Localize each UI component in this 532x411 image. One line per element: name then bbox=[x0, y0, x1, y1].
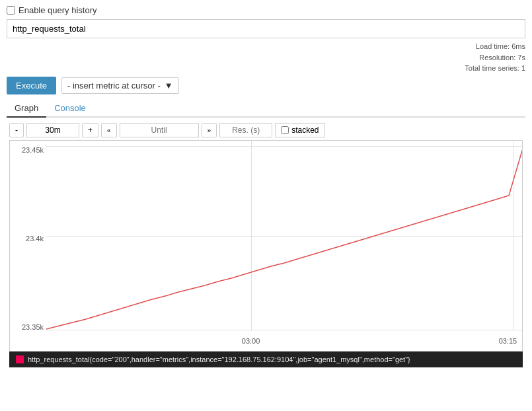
prev-button[interactable]: « bbox=[101, 123, 117, 137]
tab-console[interactable]: Console bbox=[46, 100, 94, 116]
until-input[interactable] bbox=[120, 123, 199, 137]
metric-selector[interactable]: - insert metric at cursor - ▼ bbox=[61, 77, 179, 94]
execute-row: Execute - insert metric at cursor - ▼ bbox=[7, 77, 525, 94]
query-input[interactable]: http_requests_total bbox=[7, 19, 525, 38]
time-range-input[interactable] bbox=[26, 123, 79, 137]
y-label-mid: 23.4k bbox=[11, 235, 44, 243]
chart-line bbox=[46, 147, 522, 329]
load-time-text: Load time: 6ms bbox=[465, 41, 525, 52]
x-axis: 03:00 03:15 bbox=[46, 331, 522, 351]
main-container: Enable query history http_requests_total… bbox=[0, 0, 532, 373]
tabs-row: Graph Console bbox=[7, 100, 525, 118]
x-label-2: 03:15 bbox=[499, 337, 517, 345]
info-row: Load time: 6ms Resolution: 7s Total time… bbox=[7, 41, 525, 74]
y-label-bottom: 23.35k bbox=[11, 323, 44, 331]
enable-history-row: Enable query history bbox=[7, 5, 525, 15]
zoom-in-button[interactable]: + bbox=[82, 123, 98, 137]
stacked-checkbox[interactable] bbox=[281, 126, 289, 134]
chart-area: 23.45k 23.4k 23.35k 03:00 03:15 bbox=[9, 140, 523, 352]
next-button[interactable]: » bbox=[202, 123, 217, 137]
stacked-button[interactable]: stacked bbox=[275, 123, 324, 137]
tab-graph[interactable]: Graph bbox=[7, 100, 46, 118]
execute-button[interactable]: Execute bbox=[7, 77, 56, 94]
graph-controls: - + « » stacked bbox=[7, 123, 525, 137]
enable-history-checkbox[interactable] bbox=[7, 6, 15, 15]
stacked-label: stacked bbox=[291, 126, 319, 135]
legend-series-label: http_requests_total{code="200",handler="… bbox=[28, 355, 410, 363]
chevron-down-icon: ▼ bbox=[165, 81, 173, 91]
zoom-out-button[interactable]: - bbox=[9, 123, 24, 137]
resolution-text: Resolution: 7s bbox=[465, 52, 525, 63]
x-label-1: 03:00 bbox=[242, 337, 260, 345]
legend-color-box bbox=[16, 355, 24, 363]
total-series-text: Total time series: 1 bbox=[465, 63, 525, 74]
chart-svg bbox=[46, 141, 522, 331]
y-axis: 23.45k 23.4k 23.35k bbox=[10, 141, 46, 331]
res-input[interactable] bbox=[219, 123, 272, 137]
y-label-top: 23.45k bbox=[11, 146, 44, 154]
next-icon: » bbox=[208, 127, 211, 134]
legend-bar: http_requests_total{code="200",handler="… bbox=[9, 352, 523, 367]
enable-history-label: Enable query history bbox=[19, 5, 97, 15]
chart-inner bbox=[46, 141, 522, 331]
metric-placeholder-text: - insert metric at cursor - bbox=[67, 81, 161, 91]
prev-icon: « bbox=[107, 127, 111, 134]
